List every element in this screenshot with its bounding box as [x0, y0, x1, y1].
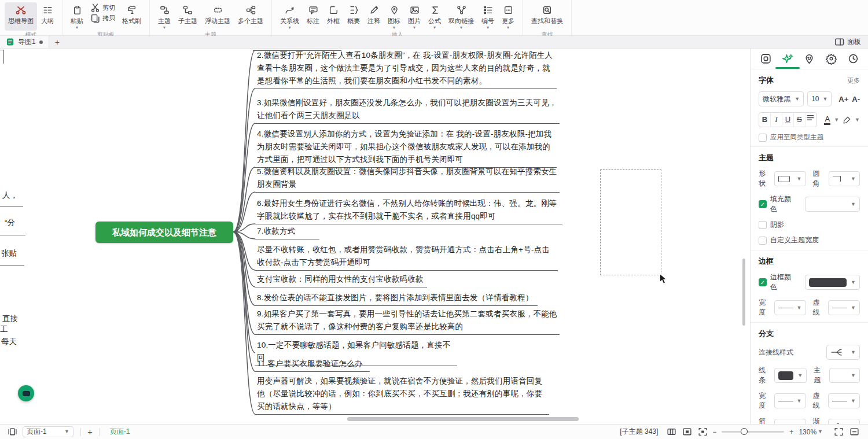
font-color-button[interactable]: A: [824, 115, 830, 125]
add-document-tab-button[interactable]: +: [49, 38, 65, 47]
zoom-slider[interactable]: [722, 431, 784, 433]
border-dash-select[interactable]: ▼: [828, 300, 860, 315]
toolbar-button[interactable]: 拷贝: [89, 14, 117, 23]
toolbar-button[interactable]: 公式▾: [425, 2, 444, 31]
panel-tab-format-style[interactable]: [777, 49, 798, 69]
zoom-in-button[interactable]: +: [788, 428, 795, 436]
custom-width-checkbox[interactable]: [759, 237, 767, 245]
page-select[interactable]: 页面-1 ▼: [23, 426, 73, 437]
topic-node[interactable]: 用变声器可解决，如果要视频验证，就说在宿舍不方便验证，然后我们用语音回复他（尽量…: [255, 374, 549, 415]
panel-tab-history[interactable]: [843, 49, 863, 69]
border-color-select[interactable]: ▼: [805, 275, 860, 290]
font-more-link[interactable]: 更多: [847, 76, 860, 85]
line-sample-icon: [778, 308, 793, 308]
note-icon: [369, 4, 379, 16]
zoom-out-button[interactable]: −: [711, 428, 718, 436]
topic-node[interactable]: 6.最好用女生身份证进行实名微信，不然别人给你转账的时候出现：伟、强。龙。刚等字…: [255, 197, 562, 224]
branch-topic-select[interactable]: ▼: [829, 368, 860, 383]
toolbar-button[interactable]: 概要: [344, 2, 363, 31]
border-color-checkbox[interactable]: ✓: [759, 278, 767, 286]
toolbar-button[interactable]: 格式刷: [119, 2, 145, 31]
clipped-topic-fragment[interactable]: 人，: [2, 190, 18, 201]
font-family-select[interactable]: 微软雅黑 ▼: [759, 91, 804, 106]
clipped-topic-fragment[interactable]: 工: [0, 324, 8, 335]
fit-all-icon[interactable]: [695, 427, 711, 437]
panel-tab-badge[interactable]: [821, 49, 841, 69]
zoom-slider-thumb[interactable]: [741, 428, 748, 435]
toolbar-button[interactable]: 图片▾: [404, 2, 424, 31]
panel-tab-sticker[interactable]: [799, 49, 820, 69]
topic-node[interactable]: 11.客户要买衣服要验证怎么办: [255, 357, 370, 372]
toolbar-button[interactable]: 双向链接▾: [445, 2, 477, 31]
branch-width-select[interactable]: ▼: [774, 393, 806, 408]
clipped-topic-fragment[interactable]: 直接: [2, 313, 18, 324]
toolbar-button[interactable]: 注释: [364, 2, 384, 31]
fullscreen-icon[interactable]: [831, 427, 847, 437]
toolbar-button[interactable]: 查找和替换: [528, 2, 567, 31]
topic-node[interactable]: 8.发价位表的话不能直接发图片，要将图片添加到表情里面去发（详情看教程）: [255, 291, 538, 306]
topic-node[interactable]: 4.微信要设置别人添加你的方式，设置为免验证添加：在 我的-设置-朋友权限-把加…: [255, 127, 557, 168]
topic-node[interactable]: 尽量不收转账，收红包，或者用赞赏码收款，赞赏码开通方式：点击右上角+号-点击收付…: [255, 243, 558, 271]
panel-tab-card-style[interactable]: [755, 49, 776, 69]
toolbar-button[interactable]: 大纲: [38, 2, 57, 31]
zoom-level[interactable]: 130%: [799, 428, 816, 436]
mindmap-canvas[interactable]: 私域如何成交以及细节注意 2.微信要打开“允许陌生人查看10条朋友圈”，在 我-…: [0, 0, 750, 439]
connector-style-select[interactable]: ▼: [826, 345, 860, 360]
format-style-icon: [781, 53, 794, 65]
branch-taper-select[interactable]: ▼: [828, 419, 860, 424]
toolbar-button[interactable]: 外框: [323, 2, 343, 31]
toolbar-button[interactable]: 编号▾: [478, 2, 498, 31]
toolbar-button[interactable]: 图标▾: [384, 2, 404, 31]
clipped-topic-fragment[interactable]: 张贴: [1, 248, 17, 259]
panel-toggle-button[interactable]: 面板: [834, 37, 868, 47]
font-size-select[interactable]: 10 ▼: [807, 91, 832, 106]
branch-arrow-select[interactable]: ▼: [774, 419, 806, 424]
topic-node[interactable]: 3.如果微信刚设置好，朋友圈还没发几条怎么办，我们可以把朋友圈设置为三天可见，让…: [255, 96, 560, 124]
italic-button[interactable]: I: [771, 113, 782, 127]
add-page-button[interactable]: +: [86, 427, 94, 437]
corner-select[interactable]: ▼: [829, 171, 860, 186]
fill-color-checkbox[interactable]: ✓: [759, 200, 767, 208]
border-width-select[interactable]: ▼: [774, 300, 806, 315]
topic-node[interactable]: 9.如果客户买了第一套写真，要用一些引导性的话去让他买第二套或者买衣服，不能他买…: [255, 307, 560, 335]
columns-view-icon[interactable]: [664, 427, 679, 437]
shape-select[interactable]: ▼: [774, 171, 806, 186]
topic-node[interactable]: 5.微信资料以及朋友圈设置：微信头像同步抖音头像，朋友圈背景可以在知乎搜索女生朋…: [255, 165, 560, 193]
toolbar-button[interactable]: 剪切: [89, 3, 117, 12]
highlight-pen-button[interactable]: [843, 116, 851, 124]
topic-node[interactable]: 7.收款方式: [255, 224, 319, 239]
clipped-topic-fragment[interactable]: “分: [5, 217, 15, 228]
page-tab-active[interactable]: 页面-1: [110, 427, 130, 437]
decrease-font-button[interactable]: A-: [852, 95, 860, 104]
bold-button[interactable]: B: [759, 113, 771, 127]
strikethrough-button[interactable]: S: [794, 113, 806, 127]
toolbar-button[interactable]: 浮动主题: [201, 2, 234, 31]
collapse-icon[interactable]: [847, 427, 862, 437]
horizontal-scrollbar[interactable]: [347, 417, 579, 421]
toolbar-button[interactable]: 粘贴▾: [67, 2, 87, 31]
toolbar-button[interactable]: 标注: [303, 2, 323, 31]
toolbar-button[interactable]: 思维导图: [5, 2, 37, 31]
branch-line-color-select[interactable]: ▼: [774, 368, 807, 383]
shadow-checkbox[interactable]: [759, 221, 767, 229]
toolbar-button[interactable]: 关系线▾: [277, 2, 303, 31]
toolbar-button[interactable]: 多个主题: [234, 2, 267, 31]
toolbar-button[interactable]: 子主题: [175, 2, 201, 31]
toolbar-button[interactable]: 主题▾: [155, 2, 174, 31]
pages-icon[interactable]: [5, 427, 20, 437]
fill-color-select[interactable]: ▼: [805, 197, 860, 212]
topic-node[interactable]: 支付宝收款：同样的用女性的支付宝收款码收款: [255, 272, 427, 287]
topic-node[interactable]: 2.微信要打开“允许陌生人查看10条朋友圈”，在 我-设置-朋友权限-朋友圈-允…: [255, 49, 557, 89]
fit-topic-icon[interactable]: [679, 427, 695, 437]
branch-dash-select[interactable]: ▼: [828, 393, 860, 408]
clipped-topic-fragment[interactable]: 每天: [1, 337, 17, 347]
root-topic[interactable]: 私域如何成交以及细节注意: [95, 222, 233, 243]
vertical-scrollbar[interactable]: [742, 259, 745, 326]
toolbar-button[interactable]: 更多▾: [498, 2, 518, 31]
document-tab[interactable]: 导图1: [0, 36, 49, 48]
increase-font-button[interactable]: A+: [838, 95, 848, 104]
align-button[interactable]: [806, 113, 817, 127]
underline-button[interactable]: U: [782, 113, 794, 127]
apply-same-type-checkbox[interactable]: [759, 134, 767, 142]
assistant-button[interactable]: [18, 385, 34, 401]
